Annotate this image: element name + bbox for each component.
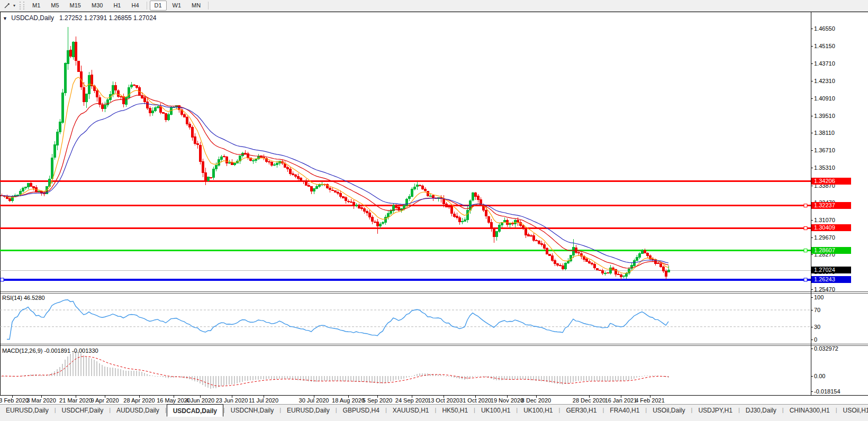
hline-handle-icon[interactable]: [804, 278, 807, 281]
macd-histogram-bar: [255, 376, 256, 380]
chart-tab-usdcnh-daily[interactable]: USDCNH,Daily: [225, 405, 279, 416]
candle: [429, 196, 431, 196]
candle: [30, 184, 32, 187]
candle: [575, 248, 577, 252]
chart-tab-usdcad-daily[interactable]: USDCAD,Daily: [167, 404, 223, 417]
candle: [154, 108, 156, 111]
candle: [371, 217, 373, 222]
chart-tab-usoil-h1[interactable]: USOil,H1: [837, 405, 868, 416]
macd-histogram-bar: [237, 376, 238, 383]
candle: [72, 42, 74, 57]
macd-histogram-bar: [226, 376, 227, 385]
timeframe-button-h1[interactable]: H1: [108, 1, 125, 11]
timeframe-button-m15[interactable]: M15: [65, 1, 86, 11]
date-axis-label: 16 Jan 2021: [605, 397, 637, 404]
macd-histogram-bar: [152, 376, 153, 376]
macd-histogram-bar: [242, 376, 243, 382]
candle: [337, 192, 339, 193]
hline-handle-icon[interactable]: [804, 249, 807, 252]
candle: [413, 187, 415, 189]
candle: [128, 87, 130, 97]
candle: [461, 221, 463, 222]
macd-histogram-bar: [448, 376, 449, 377]
candle: [551, 255, 553, 260]
macd-histogram-bar: [231, 376, 232, 385]
chart-tab-eurusd-daily[interactable]: EURUSD,Daily: [0, 405, 55, 416]
chart-tab-hk50-h1[interactable]: HK50,H1: [436, 405, 474, 416]
macd-histogram-bar: [644, 376, 645, 376]
chart-tab-uk100-h1[interactable]: UK100,H1: [475, 405, 516, 416]
toolbar-separator: [208, 2, 209, 10]
macd-histogram-bar: [223, 376, 224, 386]
chart-tab-audusd-daily[interactable]: AUDUSD,Daily: [111, 405, 165, 416]
candle: [477, 196, 479, 199]
candle: [122, 97, 124, 104]
candle: [636, 257, 638, 260]
candle: [207, 177, 209, 181]
candle: [577, 252, 580, 253]
chart-tab-ger30-h1[interactable]: GER30,H1: [560, 405, 602, 416]
macd-histogram-bar: [567, 376, 568, 384]
macd-histogram-bar: [652, 376, 653, 376]
macd-histogram-bar: [4, 376, 5, 377]
macd-histogram-bar: [337, 376, 338, 381]
timeframe-button-m5[interactable]: M5: [46, 1, 64, 11]
macd-histogram-bar: [663, 376, 664, 377]
chart-tab-xauusd-h1[interactable]: XAUUSD,H1: [387, 405, 435, 416]
chart-tab-dj30-daily[interactable]: DJ30,Daily: [740, 405, 782, 416]
timeframe-button-d1[interactable]: D1: [150, 1, 167, 11]
chart-tab-gbpusd-h4[interactable]: GBPUSD,H4: [337, 405, 385, 416]
chart-tab-eurusd-daily[interactable]: EURUSD,Daily: [281, 405, 336, 416]
macd-histogram-bar: [319, 376, 320, 381]
macd-histogram-bar: [321, 376, 322, 381]
crosshair-tool-icon[interactable]: [2, 1, 12, 10]
macd-histogram-bar: [41, 375, 42, 376]
chart-tab-fra40-h1[interactable]: FRA40,H1: [604, 405, 645, 416]
hline-handle-icon[interactable]: [804, 204, 807, 207]
macd-histogram-bar: [221, 376, 222, 386]
hline-handle-icon[interactable]: [804, 226, 807, 230]
macd-histogram-bar: [634, 376, 635, 379]
macd-histogram-bar: [639, 376, 640, 377]
macd-histogram-bar: [620, 376, 621, 381]
macd-histogram-bar: [631, 376, 632, 379]
macd-histogram-bar: [379, 376, 381, 383]
hline-handle-icon[interactable]: [1, 278, 4, 281]
candle: [509, 223, 511, 224]
timeframe-button-m1[interactable]: M1: [28, 1, 45, 11]
candle: [445, 204, 447, 207]
date-axis-label: 21 Mar 2020: [59, 397, 92, 404]
candle: [53, 145, 56, 158]
candle: [366, 212, 368, 213]
candle: [376, 222, 378, 226]
price-axis-tick: 1.42310: [814, 78, 835, 84]
candle: [387, 213, 389, 217]
price-axis-tick: 1.31070: [814, 217, 835, 223]
candle: [453, 214, 455, 216]
macd-histogram-bar: [99, 363, 100, 376]
candle: [204, 172, 206, 181]
tool-dropdown-caret-icon[interactable]: ▾: [12, 3, 17, 8]
candle: [228, 163, 230, 163]
chart-tab-usdchf-daily[interactable]: USDCHF,Daily: [56, 405, 110, 416]
symbol-collapse-icon: ▼: [3, 16, 7, 21]
macd-histogram-bar: [430, 374, 431, 376]
candle: [199, 145, 201, 162]
macd-histogram-bar: [215, 376, 216, 388]
chart-tab-usdjpy-h1[interactable]: USDJPY,H1: [692, 405, 738, 416]
timeframe-button-m30[interactable]: M30: [87, 1, 107, 11]
candle: [659, 263, 662, 267]
candle: [135, 86, 138, 88]
timeframe-button-mn[interactable]: MN: [187, 1, 205, 11]
chart-tab-uk100-h1[interactable]: UK100,H1: [518, 405, 558, 416]
toolbar-grip[interactable]: [20, 2, 24, 10]
timeframe-button-h4[interactable]: H4: [126, 1, 143, 11]
macd-histogram-bar: [88, 358, 89, 376]
price-chart-canvas[interactable]: [0, 0, 868, 421]
date-axis-label: 8 Dec 2020: [521, 397, 551, 404]
chart-tab-china300-h1[interactable]: CHINA300,H1: [784, 405, 836, 416]
candle: [183, 114, 185, 117]
macd-histogram-bar: [372, 376, 373, 383]
chart-tab-usoil-daily[interactable]: USOil,Daily: [647, 405, 691, 416]
timeframe-button-w1[interactable]: W1: [168, 1, 186, 11]
